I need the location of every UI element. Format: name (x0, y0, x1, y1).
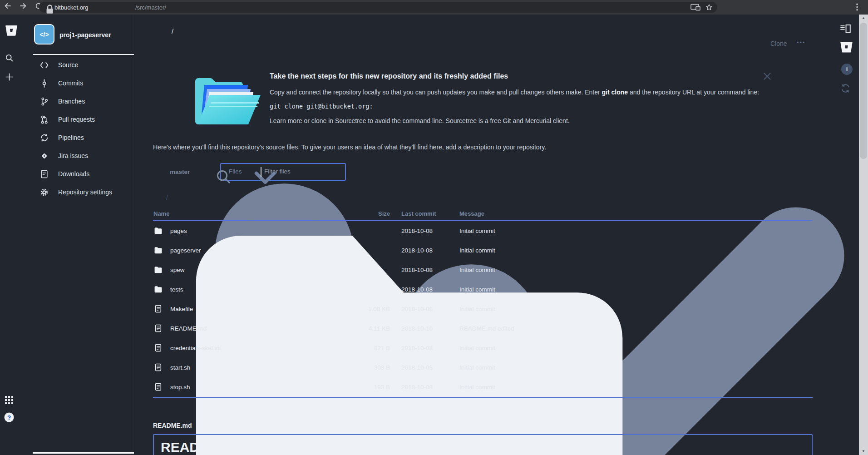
bookmark-star-icon[interactable] (705, 4, 713, 11)
close-icon (762, 71, 772, 81)
file-commit-message[interactable]: Initial commit (459, 364, 495, 371)
pull-request-icon (40, 115, 49, 124)
address-bar[interactable]: bitbucket.org /src/master/ (39, 2, 717, 13)
file-commit-message[interactable]: Initial commit (459, 228, 495, 234)
branch-selector[interactable]: master (170, 168, 190, 175)
file-commit-message[interactable]: Initial commit (459, 384, 495, 391)
scrollbar-thumb[interactable] (860, 23, 867, 159)
sidebar-item-commits[interactable]: Commits (40, 74, 131, 92)
file-icon (154, 363, 163, 371)
create-plus-icon[interactable] (5, 73, 14, 81)
file-name[interactable]: spew (170, 267, 185, 273)
nav-top-divider (33, 54, 134, 55)
sidebar-item-label: Source (58, 61, 78, 69)
file-icon (154, 324, 163, 332)
file-commit-message[interactable]: Initial commit (459, 306, 495, 312)
search-icon[interactable] (5, 54, 14, 62)
sidebar-item-label: Jira issues (58, 152, 88, 159)
info-icon[interactable]: i (841, 64, 853, 75)
file-last-commit: 2018-10-08 (401, 345, 433, 351)
file-size: 1.08 KB (326, 306, 390, 312)
browser-back-button[interactable] (4, 2, 15, 13)
bitbucket-repo-page: bitbucket.org /src/master/ ▲ ▼ ? </> pro… (0, 0, 868, 455)
downloads-icon (40, 170, 49, 178)
forward-arrow-icon (19, 2, 30, 13)
column-header-size: Size (326, 210, 390, 217)
file-table: Name Size Last commit Message pages2018-… (153, 209, 813, 398)
table-row[interactable]: pageserver2018-10-08Initial commit (153, 241, 813, 260)
file-name[interactable]: tests (170, 286, 183, 293)
more-actions-button[interactable]: ••• (797, 39, 806, 46)
file-name[interactable]: pageserver (170, 247, 201, 254)
file-commit-message[interactable]: Initial commit (459, 286, 495, 293)
file-commit-message[interactable]: Initial commit (459, 345, 495, 351)
file-commit-message[interactable]: Initial commit (459, 267, 495, 273)
table-row[interactable]: tests2018-10-08Initial commit (153, 280, 813, 299)
table-row[interactable]: start.sh303 B2018-10-08Initial commit (153, 358, 813, 377)
table-row[interactable]: Makefile1.08 KB2018-10-08Initial commit (153, 299, 813, 319)
file-commit-message[interactable]: README.md edited (459, 325, 514, 332)
file-table-header: Name Size Last commit Message (153, 209, 813, 220)
file-last-commit: 2018-10-08 (401, 267, 433, 273)
sidebar-item-label: Pull requests (58, 116, 95, 123)
sync-icon[interactable] (840, 83, 851, 94)
file-filter: Files Filter files (220, 163, 346, 181)
nav-bottom-divider (33, 452, 134, 454)
sidebar-item-downloads[interactable]: Downloads (40, 165, 131, 183)
file-commit-message[interactable]: Initial commit (459, 247, 495, 254)
banner-footer[interactable]: Learn more or clone in Sourcetree to avo… (270, 117, 570, 124)
table-row[interactable]: credentials-skel.ini821 B2018-10-08Initi… (153, 338, 813, 358)
table-row[interactable]: stop.sh193 B2018-10-08Initial commit (153, 377, 813, 397)
file-last-commit: 2018-10-08 (401, 364, 433, 371)
banner-close-button[interactable] (762, 71, 772, 81)
folder-icon (154, 227, 163, 235)
repo-avatar[interactable]: </> (34, 24, 54, 45)
file-name[interactable]: credentials-skel.ini (170, 345, 221, 351)
sidebar-item-label: Pipelines (58, 134, 84, 141)
app-switcher-grid-icon[interactable] (5, 396, 13, 404)
table-row[interactable]: spew2018-10-08Initial commit (153, 260, 813, 280)
file-icon (154, 344, 163, 352)
file-name[interactable]: start.sh (170, 364, 190, 371)
banner-title: Take the next steps for this new reposit… (270, 72, 508, 80)
bitbucket-logo-icon[interactable] (839, 40, 853, 54)
cast-icon[interactable] (690, 4, 700, 11)
sidebar-item-repository-settings[interactable]: Repository settings (40, 183, 131, 201)
browser-forward-button[interactable] (19, 2, 30, 13)
column-header-message: Message (459, 210, 484, 217)
sidebar-item-pull-requests[interactable]: Pull requests (40, 110, 131, 129)
sidebar-item-branches[interactable]: Branches (40, 92, 131, 110)
sidebar-item-label: Commits (58, 79, 83, 87)
kebab-menu-icon (856, 3, 862, 11)
folder-illustration (191, 68, 267, 128)
table-row[interactable]: README.md4.11 KB2018-10-10README.md edit… (153, 319, 813, 338)
settings-icon (40, 188, 49, 197)
folder-icon (154, 285, 163, 293)
sidebar-item-source[interactable]: Source (40, 56, 131, 74)
bitbucket-logo-icon[interactable] (5, 24, 18, 37)
table-bottom-divider (153, 397, 813, 398)
breadcrumb[interactable]: / (172, 27, 173, 35)
file-name[interactable]: Makefile (170, 306, 193, 312)
browser-menu-button[interactable] (856, 3, 862, 11)
scrollbar-up-arrow[interactable]: ▲ (859, 15, 868, 22)
url-host: bitbucket.org (54, 4, 88, 11)
file-name[interactable]: stop.sh (170, 384, 190, 391)
file-last-commit: 2018-10-08 (401, 384, 433, 391)
right-sidebar-toggle-icon[interactable] (840, 24, 852, 34)
table-row[interactable]: pages2018-10-08Initial commit (153, 221, 813, 241)
banner-clone-command[interactable]: git clone git@bitbucket.org: (270, 103, 373, 110)
file-name[interactable]: README.md (170, 325, 207, 332)
url-path: /src/master/ (135, 4, 166, 11)
file-size: 4.11 KB (326, 325, 390, 332)
sidebar-item-label: Downloads (58, 170, 89, 178)
repo-name[interactable]: proj1-pageserver (59, 31, 111, 39)
folder-icon (154, 266, 163, 274)
clone-button[interactable]: Clone (770, 40, 787, 47)
help-icon[interactable]: ? (4, 412, 14, 422)
sidebar-item-jira-issues[interactable]: Jira issues (40, 147, 131, 165)
column-header-last-commit: Last commit (401, 210, 436, 217)
file-name[interactable]: pages (170, 228, 187, 234)
pipelines-icon (40, 134, 49, 142)
sidebar-item-pipelines[interactable]: Pipelines (40, 129, 131, 147)
